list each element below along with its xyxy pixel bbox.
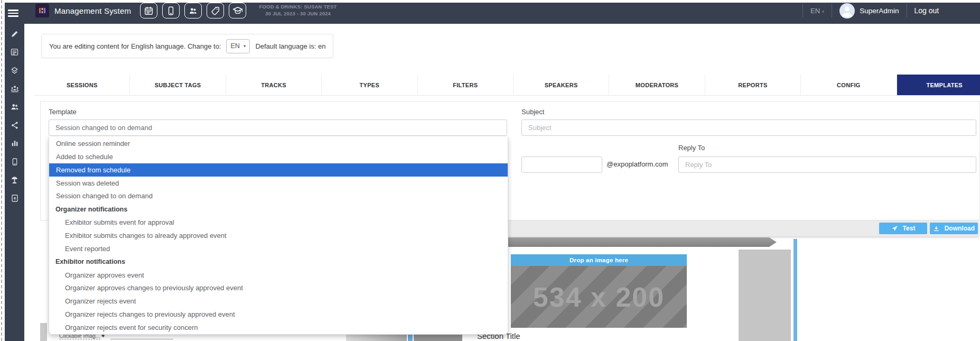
conference-icon[interactable]	[10, 84, 20, 94]
divider	[802, 4, 803, 17]
calendar-icon[interactable]	[140, 3, 157, 19]
dropdown-group-header: Organizer notifications	[49, 202, 508, 216]
dropdown-option[interactable]: Event reported	[49, 242, 508, 255]
tab-speakers[interactable]: SPEAKERS	[514, 75, 609, 95]
placeholder-size: 534 x 200	[533, 281, 665, 313]
tab-sessions[interactable]: SESSIONS	[34, 75, 130, 95]
people-icon[interactable]	[10, 102, 20, 112]
dropdown-option[interactable]: Organizer rejects changes to previously …	[49, 308, 508, 321]
image-placeholder: Drop an image here 534 x 200	[511, 254, 687, 328]
notice-text: You are editing content for English lang…	[49, 42, 221, 50]
tab-templates[interactable]: TEMPLATES	[897, 75, 980, 95]
divider	[907, 4, 907, 17]
dropdown-option[interactable]: Organizer approves event	[49, 269, 508, 282]
event-dates: 30 JUL 2023 - 30 JUN 2024	[253, 10, 343, 17]
send-icon	[891, 225, 898, 232]
dropdown-option[interactable]: Session was deleted	[49, 177, 508, 190]
chevron-down-icon: ▾	[822, 9, 825, 14]
preview-side-panel	[739, 250, 791, 341]
dropdown-group-header: Exhibitor notifications	[49, 255, 508, 269]
left-sidebar	[5, 24, 24, 341]
logout-button[interactable]: Log out	[914, 6, 939, 15]
header-right: EN ▾ SuperAdmin Log out	[795, 0, 939, 21]
file-upload-icon[interactable]	[10, 193, 20, 203]
divider	[832, 4, 832, 17]
dropdown-option[interactable]: Organizer rejects event	[49, 294, 508, 308]
hamburger-menu-icon[interactable]	[8, 10, 18, 17]
capture-dashed-border	[1, 0, 2, 341]
subject-label: Subject	[521, 108, 544, 116]
stand-icon[interactable]	[10, 175, 20, 185]
download-icon	[933, 225, 940, 232]
dropdown-option[interactable]: Organizer approves changes to previously…	[49, 281, 508, 294]
people-icon[interactable]	[184, 3, 202, 19]
education-icon[interactable]	[229, 3, 246, 19]
editor-left-scrollbar[interactable]	[40, 323, 47, 341]
preview-header-bar	[462, 237, 777, 247]
preview-scrollbar[interactable]	[794, 239, 797, 341]
tab-config[interactable]: CONFIG	[801, 75, 897, 95]
tab-filters[interactable]: FILTERS	[418, 75, 514, 95]
logo-glyph	[38, 6, 46, 15]
notice-default-text: Default language is: en	[255, 42, 325, 50]
share-icon[interactable]	[10, 121, 20, 130]
dropdown-option[interactable]: Exhibitor submits changes to already app…	[49, 229, 508, 242]
user-name[interactable]: SuperAdmin	[860, 7, 899, 15]
editor-fragment-block	[414, 334, 462, 341]
template-select[interactable]: Session changed to on demand	[49, 119, 507, 136]
layers-icon[interactable]	[10, 66, 20, 75]
download-button[interactable]: Download	[930, 223, 978, 234]
mobile-icon[interactable]	[10, 157, 20, 167]
dropdown-option[interactable]: Exhibitor submits event for approval	[49, 216, 508, 229]
app-logo	[35, 4, 49, 17]
tab-bar: SESSIONS SUBJECT TAGS TRACKS TYPES FILTE…	[34, 75, 980, 96]
reply-to-label: Reply To	[678, 144, 705, 152]
avatar[interactable]	[839, 3, 855, 19]
dropdown-option[interactable]: Added to schedule	[49, 150, 508, 163]
language-selector[interactable]: EN ▾	[810, 7, 824, 15]
editor-fragment-strip	[346, 334, 407, 341]
clickable-image-underline	[110, 339, 173, 339]
app-screen: Management System	[0, 0, 980, 341]
list-icon[interactable]	[10, 48, 20, 57]
language-notice: You are editing content for English lang…	[41, 34, 333, 58]
template-dropdown: Online session reminder Added to schedul…	[49, 137, 508, 335]
subject-input[interactable]: Subject	[521, 119, 976, 136]
chart-icon[interactable]	[10, 139, 20, 148]
event-name: FOOD & DRINKS: SUSAN TEST	[253, 3, 343, 10]
edit-icon[interactable]	[10, 29, 20, 39]
drop-image-zone[interactable]: Drop an image here	[511, 254, 687, 266]
mobile-icon[interactable]	[162, 3, 180, 19]
from-input[interactable]	[521, 156, 602, 173]
header-quick-buttons	[140, 3, 246, 19]
dropdown-option[interactable]: Online session reminder	[49, 137, 508, 150]
chevron-down-icon: ▾	[244, 44, 246, 49]
tab-reports[interactable]: REPORTS	[705, 75, 801, 95]
dropdown-option[interactable]: Session changed to on demand	[49, 189, 508, 202]
test-button[interactable]: Test	[879, 223, 927, 234]
tab-tracks[interactable]: TRACKS	[226, 75, 322, 95]
template-label: Template	[49, 108, 77, 116]
tab-types[interactable]: TYPES	[322, 75, 417, 95]
dropdown-option-selected[interactable]: Removed from schedule	[49, 163, 508, 177]
tab-moderators[interactable]: MODERATORS	[609, 75, 705, 95]
email-domain: @expoplatform.com	[606, 160, 668, 168]
event-info: FOOD & DRINKS: SUSAN TEST 30 JUL 2023 - …	[253, 3, 343, 17]
notice-language-select[interactable]: EN▾	[226, 39, 250, 53]
app-title: Management System	[54, 6, 131, 15]
editor-fragment-accent	[408, 334, 413, 341]
tab-subject-tags[interactable]: SUBJECT TAGS	[130, 75, 226, 95]
dropdown-option[interactable]: Organizer rejects event for security con…	[49, 321, 508, 334]
placeholder-stripes: 534 x 200	[511, 266, 687, 328]
tag-icon[interactable]	[207, 3, 224, 19]
preview-toolbar: Test Download	[462, 220, 979, 236]
reply-to-input[interactable]: Reply To	[678, 156, 976, 173]
